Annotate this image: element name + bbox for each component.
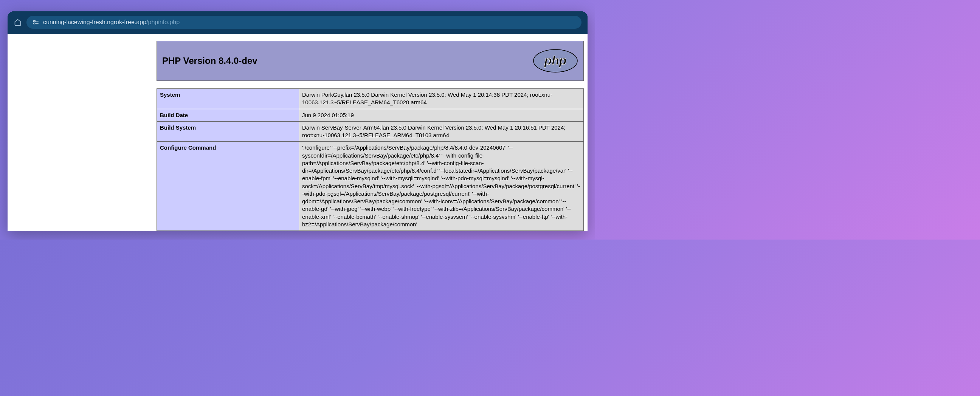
browser-chrome: cunning-lacewing-fresh.ngrok-free.app/ph… [8, 11, 587, 34]
page-content: PHP Version 8.4.0-dev php System Darwin … [8, 34, 587, 231]
browser-window: cunning-lacewing-fresh.ngrok-free.app/ph… [8, 11, 587, 231]
php-logo-icon: php [533, 49, 578, 73]
row-value: './configure' '--prefix=/Applications/Se… [299, 142, 584, 231]
row-value: Darwin PorkGuy.lan 23.5.0 Darwin Kernel … [299, 89, 584, 109]
table-row: System Darwin PorkGuy.lan 23.5.0 Darwin … [157, 89, 584, 109]
svg-text:php: php [544, 54, 567, 67]
address-bar[interactable]: cunning-lacewing-fresh.ngrok-free.app/ph… [27, 16, 582, 29]
url-domain: cunning-lacewing-fresh.ngrok-free.app [43, 19, 146, 25]
svg-rect-1 [33, 23, 35, 24]
row-label: Configure Command [157, 142, 299, 231]
table-row: Configure Command './configure' '--prefi… [157, 142, 584, 231]
phpinfo-container: PHP Version 8.4.0-dev php System Darwin … [156, 41, 584, 231]
row-value: Darwin ServBay-Server-Arm64.lan 23.5.0 D… [299, 121, 584, 142]
row-label: Build System [157, 121, 299, 142]
svg-rect-0 [33, 21, 35, 22]
table-row: Build Date Jun 9 2024 01:05:19 [157, 109, 584, 121]
row-label: Build Date [157, 109, 299, 121]
phpinfo-table: System Darwin PorkGuy.lan 23.5.0 Darwin … [156, 89, 584, 231]
table-row: Build System Darwin ServBay-Server-Arm64… [157, 121, 584, 142]
phpinfo-header: PHP Version 8.4.0-dev php [156, 41, 584, 81]
row-label: System [157, 89, 299, 109]
row-value: Jun 9 2024 01:05:19 [299, 109, 584, 121]
url-text: cunning-lacewing-fresh.ngrok-free.app/ph… [43, 19, 180, 26]
phpinfo-title: PHP Version 8.4.0-dev [162, 55, 258, 66]
home-icon[interactable] [14, 18, 22, 27]
url-path: /phpinfo.php [146, 19, 180, 25]
site-info-icon[interactable] [32, 19, 39, 26]
